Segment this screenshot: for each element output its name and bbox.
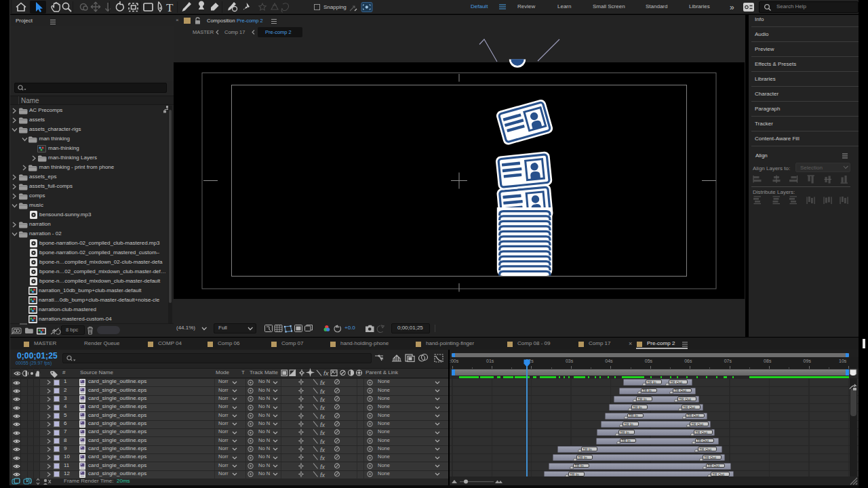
svg-text:fx: fx [320, 388, 326, 394]
svg-text:fx: fx [320, 413, 326, 420]
svg-text:fx: fx [320, 455, 326, 462]
svg-text:fx: fx [320, 421, 326, 428]
svg-text:fx: fx [320, 405, 326, 411]
svg-text:T: T [166, 1, 174, 14]
svg-text:fx: fx [320, 380, 326, 386]
svg-text:fx: fx [320, 396, 326, 403]
svg-text:fx: fx [323, 369, 330, 377]
svg-text:fx: fx [320, 438, 326, 445]
svg-text:fx: fx [320, 430, 326, 436]
svg-text:fx: fx [320, 446, 326, 453]
svg-text:fx: fx [320, 471, 326, 478]
svg-text:fx: fx [320, 463, 326, 470]
